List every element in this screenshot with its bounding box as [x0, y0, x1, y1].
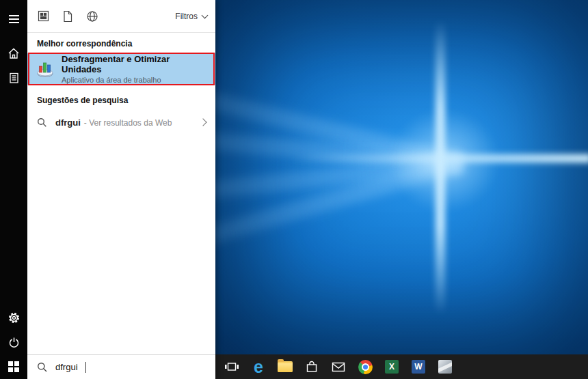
panel-empty-area: [27, 135, 215, 354]
web-filter-icon[interactable]: [85, 9, 100, 24]
chrome-icon[interactable]: [357, 359, 373, 375]
notebook-icon[interactable]: [0, 66, 27, 90]
best-match-result[interactable]: Desfragmentar e Otimizar Unidades Aplica…: [27, 53, 215, 85]
store-icon[interactable]: [304, 359, 320, 375]
filters-dropdown[interactable]: Filtros: [175, 12, 207, 21]
edge-icon[interactable]: [250, 359, 267, 375]
screen: Filtros Melhor correspondência Desfragme…: [0, 0, 588, 379]
filters-label: Filtros: [175, 12, 198, 21]
search-input[interactable]: dfrgui: [27, 354, 215, 379]
app-icon[interactable]: [437, 359, 453, 375]
suggestions-header: Sugestões de pesquisa: [27, 85, 215, 110]
home-icon[interactable]: [0, 41, 27, 66]
documents-filter-icon[interactable]: [60, 9, 75, 24]
start-button-windows-icon[interactable]: [0, 354, 27, 379]
hamburger-menu-icon[interactable]: [0, 7, 27, 31]
search-input-value: dfrgui: [55, 362, 78, 372]
task-view-icon[interactable]: [224, 359, 240, 375]
web-suggestion-item[interactable]: dfrgui- Ver resultados da Web: [27, 110, 215, 135]
defrag-app-icon: [36, 59, 55, 79]
best-match-title: Desfragmentar e Otimizar Unidades: [62, 54, 207, 74]
mail-icon[interactable]: [330, 359, 347, 375]
suggestion-text: dfrgui- Ver resultados da Web: [55, 116, 172, 128]
chevron-right-icon: [199, 118, 206, 126]
apps-filter-icon[interactable]: [36, 9, 51, 24]
power-icon[interactable]: [0, 330, 27, 354]
text-caret: [85, 362, 86, 373]
search-filter-bar: Filtros: [27, 0, 215, 33]
window-glow: [390, 109, 499, 212]
search-icon: [37, 117, 47, 128]
word-icon[interactable]: [410, 359, 427, 375]
desktop-wallpaper[interactable]: [215, 0, 588, 354]
taskbar: [215, 354, 588, 379]
chevron-down-icon: [202, 12, 209, 18]
best-match-header: Melhor correspondência: [27, 33, 215, 53]
start-rail: [0, 0, 27, 379]
suggestion-query: dfrgui: [55, 117, 81, 128]
suggestion-rest: - Ver resultados da Web: [84, 118, 172, 128]
excel-icon[interactable]: [384, 359, 400, 375]
search-panel: Filtros Melhor correspondência Desfragme…: [27, 0, 215, 379]
file-explorer-icon[interactable]: [277, 359, 293, 375]
best-match-subtitle: Aplicativo da área de trabalho: [62, 76, 207, 84]
search-icon: [37, 362, 48, 373]
settings-gear-icon[interactable]: [0, 305, 27, 330]
best-match-texts: Desfragmentar e Otimizar Unidades Aplica…: [62, 54, 207, 84]
